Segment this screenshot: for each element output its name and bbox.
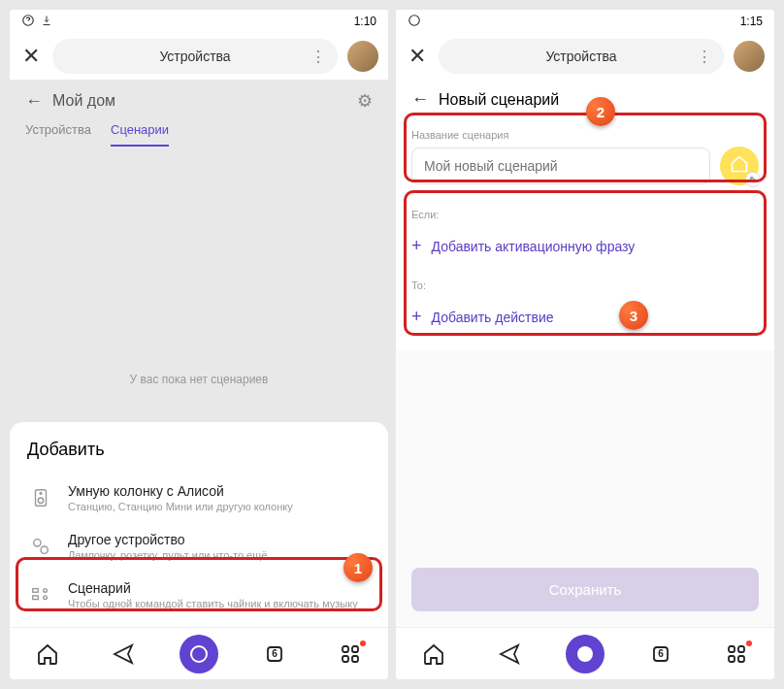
if-section: Если: + Добавить активационную фразу То:… <box>396 199 774 350</box>
svg-rect-18 <box>738 646 744 652</box>
page-title: Мой дом <box>52 92 357 110</box>
nav-tabs-count: 6 <box>272 648 278 659</box>
speaker-icon <box>27 484 54 511</box>
svg-point-4 <box>34 540 41 546</box>
svg-rect-7 <box>33 596 39 600</box>
if-label: Если: <box>411 209 759 220</box>
svg-point-2 <box>38 498 44 504</box>
sheet-title: Добавить <box>10 440 388 474</box>
nav-send-icon[interactable] <box>490 635 529 673</box>
app-header: ✕ Устройства ⋮ <box>10 33 388 80</box>
svg-rect-11 <box>343 646 348 652</box>
page-title: Новый сценарий <box>439 91 559 109</box>
header-pill[interactable]: Устройства ⋮ <box>52 39 338 74</box>
plus-icon: + <box>411 307 422 327</box>
sheet-item-label: Другое устройство <box>68 532 371 547</box>
svg-point-8 <box>44 589 48 593</box>
sheet-item-scenario[interactable]: Сценарий Чтобы одной командой ставить ча… <box>10 571 388 619</box>
sheet-item-desc: Станцию, Станцию Мини или другую колонку <box>68 501 371 512</box>
name-label: Название сценария <box>411 129 759 141</box>
tab-devices[interactable]: Устройства <box>25 122 91 147</box>
avatar[interactable] <box>734 41 765 72</box>
phone-left: 1:10 ✕ Устройства ⋮ ← Мой дом ⚙ Устройст… <box>10 10 388 679</box>
nav-home-icon[interactable] <box>28 635 67 673</box>
content-header: ← Новый сценарий <box>396 80 774 119</box>
bottom-nav: 6 <box>396 627 774 679</box>
sheet-item-device[interactable]: Другое устройство Лампочку, розетку, пул… <box>10 522 388 571</box>
sheet-item-speaker[interactable]: Умную колонку с Алисой Станцию, Станцию … <box>10 474 388 522</box>
empty-text: У вас пока нет сценариев <box>130 373 269 386</box>
scenario-icon-button[interactable]: ✎ <box>720 147 759 185</box>
whatsapp-icon <box>21 14 35 30</box>
svg-rect-13 <box>343 656 348 662</box>
close-icon[interactable]: ✕ <box>406 44 429 69</box>
avatar[interactable] <box>347 41 378 72</box>
nav-tabs-icon[interactable]: 6 <box>255 635 294 673</box>
notification-dot <box>360 640 366 646</box>
nav-send-icon[interactable] <box>104 635 143 673</box>
notification-dot <box>746 640 752 646</box>
back-icon[interactable]: ← <box>411 89 429 110</box>
status-bar: 1:15 <box>396 10 774 33</box>
scenario-icon <box>27 581 54 608</box>
sheet-item-desc: Лампочку, розетку, пульт или что-то ещё <box>68 549 371 561</box>
svg-rect-12 <box>352 646 358 652</box>
svg-rect-20 <box>738 656 744 662</box>
svg-point-3 <box>40 493 42 495</box>
plus-icon: + <box>411 236 422 256</box>
tab-scenarios[interactable]: Сценарии <box>111 122 169 147</box>
more-icon[interactable]: ⋮ <box>697 48 712 66</box>
svg-rect-17 <box>729 646 735 652</box>
clock-time: 1:10 <box>354 15 376 28</box>
nav-tabs-count: 6 <box>658 648 664 659</box>
nav-menu-icon[interactable] <box>331 635 370 673</box>
nav-home-icon[interactable] <box>414 635 453 673</box>
nav-alice-icon[interactable] <box>180 635 218 673</box>
gear-icon[interactable]: ⚙ <box>357 90 373 112</box>
svg-point-9 <box>44 596 48 600</box>
header-pill[interactable]: Устройства ⋮ <box>439 39 724 74</box>
download-icon <box>41 15 52 29</box>
device-icon <box>27 533 54 560</box>
svg-point-5 <box>41 546 48 553</box>
add-action-button[interactable]: + Добавить действие <box>411 297 759 337</box>
add-action-label: Добавить действие <box>432 310 554 325</box>
app-header: ✕ Устройства ⋮ <box>396 33 774 80</box>
badge-1: 1 <box>343 553 373 582</box>
svg-point-15 <box>409 15 420 25</box>
sheet-item-label: Сценарий <box>68 580 371 596</box>
badge-3: 3 <box>619 301 648 330</box>
add-phrase-label: Добавить активационную фразу <box>432 239 636 254</box>
add-phrase-button[interactable]: + Добавить активационную фразу <box>411 226 759 266</box>
sheet-item-label: Умную колонку с Алисой <box>68 483 371 499</box>
back-icon[interactable]: ← <box>25 91 43 112</box>
nav-menu-icon[interactable] <box>717 635 756 673</box>
phone-right: 1:15 ✕ Устройства ⋮ ← Новый сценарий Наз… <box>396 10 774 679</box>
bottom-nav: 6 <box>10 627 388 679</box>
then-label: То: <box>411 279 759 291</box>
save-button[interactable]: Сохранить <box>411 568 759 611</box>
whatsapp-icon <box>408 14 421 30</box>
close-icon[interactable]: ✕ <box>19 44 43 69</box>
dimmed-backdrop: ← Мой дом ⚙ Устройства Сценарии У вас по… <box>10 80 388 679</box>
header-title: Устройства <box>545 49 616 64</box>
status-bar: 1:10 <box>10 10 388 33</box>
pencil-icon: ✎ <box>745 172 761 187</box>
scenario-name-input[interactable] <box>411 148 710 184</box>
nav-tabs-icon[interactable]: 6 <box>641 635 680 673</box>
clock-time: 1:15 <box>740 15 763 28</box>
more-icon[interactable]: ⋮ <box>310 48 326 66</box>
svg-rect-14 <box>352 656 358 662</box>
badge-2: 2 <box>586 97 615 126</box>
header-title: Устройства <box>159 49 230 64</box>
svg-rect-19 <box>729 656 735 662</box>
svg-rect-6 <box>33 589 39 593</box>
nav-alice-icon[interactable] <box>566 635 604 673</box>
name-section: Название сценария ✎ <box>396 119 774 199</box>
sheet-item-desc: Чтобы одной командой ставить чайник и вк… <box>68 598 371 609</box>
add-sheet: Добавить Умную колонку с Алисой Станцию,… <box>10 422 388 627</box>
